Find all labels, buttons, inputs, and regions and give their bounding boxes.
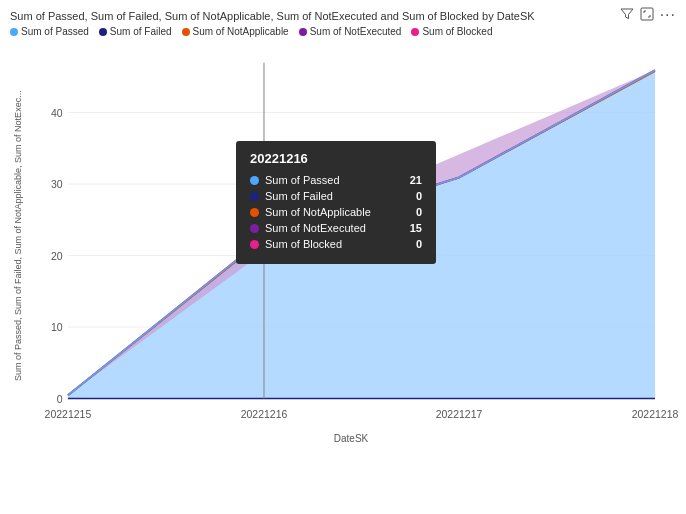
x-axis-label: DateSK (26, 433, 676, 444)
svg-text:40: 40 (51, 107, 63, 119)
svg-text:20: 20 (51, 250, 63, 262)
svg-text:30: 30 (51, 178, 63, 190)
legend-label-notexecuted: Sum of NotExecuted (310, 26, 402, 37)
svg-text:20221216: 20221216 (241, 408, 288, 420)
filter-icon[interactable] (620, 7, 634, 24)
legend-item-notexecuted: Sum of NotExecuted (299, 26, 402, 37)
legend-dot-notexecuted (299, 28, 307, 36)
svg-text:0: 0 (57, 393, 63, 405)
chart-inner: 0 10 20 30 40 (26, 41, 676, 431)
svg-text:20221218: 20221218 (632, 408, 679, 420)
legend-item-passed: Sum of Passed (10, 26, 89, 37)
legend-label-passed: Sum of Passed (21, 26, 89, 37)
svg-text:20221217: 20221217 (436, 408, 483, 420)
legend-item-failed: Sum of Failed (99, 26, 172, 37)
chart-area: Sum of Passed, Sum of Failed, Sum of Not… (10, 41, 676, 431)
legend-dot-notapplicable (182, 28, 190, 36)
legend: Sum of Passed Sum of Failed Sum of NotAp… (10, 26, 676, 37)
more-icon[interactable]: ··· (660, 6, 676, 24)
legend-item-notapplicable: Sum of NotApplicable (182, 26, 289, 37)
legend-dot-passed (10, 28, 18, 36)
chart-container: ··· Sum of Passed, Sum of Failed, Sum of… (0, 0, 686, 514)
svg-text:10: 10 (51, 321, 63, 333)
svg-rect-0 (641, 8, 653, 20)
expand-icon[interactable] (640, 7, 654, 24)
svg-text:20221215: 20221215 (45, 408, 92, 420)
legend-dot-blocked (411, 28, 419, 36)
chart-title: Sum of Passed, Sum of Failed, Sum of Not… (10, 10, 676, 22)
legend-label-blocked: Sum of Blocked (422, 26, 492, 37)
y-axis-label: Sum of Passed, Sum of Failed, Sum of Not… (10, 41, 26, 431)
legend-dot-failed (99, 28, 107, 36)
chart-svg: 0 10 20 30 40 (26, 41, 676, 431)
legend-label-failed: Sum of Failed (110, 26, 172, 37)
toolbar: ··· (620, 6, 676, 24)
legend-item-blocked: Sum of Blocked (411, 26, 492, 37)
legend-label-notapplicable: Sum of NotApplicable (193, 26, 289, 37)
